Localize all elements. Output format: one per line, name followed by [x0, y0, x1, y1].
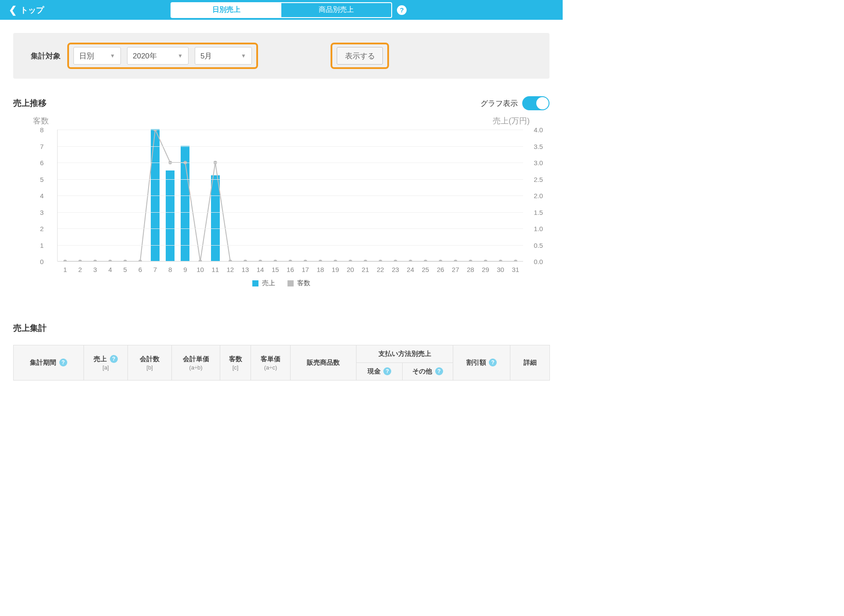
trend-section-title: 売上推移	[13, 98, 47, 109]
chevron-left-icon: ❮	[9, 4, 17, 16]
x-tick: 6	[133, 266, 148, 273]
back-label: トップ	[20, 5, 44, 15]
y-tick-right: 0.0	[534, 258, 543, 265]
x-tick: 25	[418, 266, 433, 273]
y-tick-left: 8	[40, 126, 44, 134]
y-tick-right: 4.0	[534, 126, 543, 134]
graph-toggle[interactable]	[522, 96, 549, 110]
col-count: 会計数[b]	[128, 345, 172, 380]
x-tick: 2	[73, 266, 87, 273]
y-tick-right: 0.5	[534, 241, 543, 249]
x-tick: 17	[298, 266, 313, 273]
x-tick: 4	[102, 266, 117, 273]
y-tick-left: 7	[40, 142, 44, 150]
chevron-down-icon: ▼	[241, 53, 246, 59]
x-tick: 16	[283, 266, 298, 273]
y-tick-right: 2.5	[534, 175, 543, 183]
y-tick-left: 4	[40, 192, 44, 199]
summary-section-title: 売上集計	[13, 322, 549, 334]
year-value: 2020年	[133, 51, 157, 61]
y-tick-left: 6	[40, 159, 44, 167]
info-icon[interactable]: ?	[110, 355, 118, 363]
x-tick: 7	[148, 266, 163, 273]
x-tick: 8	[163, 266, 178, 273]
col-sales: 売上 ?[a]	[84, 345, 128, 380]
chart-bar	[166, 170, 175, 261]
period-type-select[interactable]: 日別 ▼	[73, 47, 121, 65]
info-icon[interactable]: ?	[59, 359, 67, 366]
view-tabs: 日別売上 商品別売上	[171, 2, 392, 18]
x-tick: 12	[223, 266, 238, 273]
x-tick: 19	[328, 266, 343, 273]
chart-bar	[211, 175, 220, 261]
y-tick-left: 3	[40, 208, 44, 216]
info-icon[interactable]: ?	[383, 367, 391, 375]
col-items-sold: 販売商品数	[291, 345, 357, 380]
x-tick: 29	[478, 266, 493, 273]
display-button-highlight: 表示する	[331, 43, 389, 69]
chart-bar	[151, 129, 160, 261]
info-icon[interactable]: ?	[435, 367, 443, 375]
col-period: 集計期間 ?	[14, 345, 84, 380]
col-avg-customer: 客単価(a÷c)	[251, 345, 291, 380]
info-icon[interactable]: ?	[489, 359, 497, 366]
y-tick-right: 2.0	[534, 192, 543, 199]
x-tick: 18	[313, 266, 328, 273]
legend-sales: 売上	[262, 279, 275, 287]
y-tick-left: 0	[40, 258, 44, 265]
sales-chart: 1234567891011121314151617181920212223242…	[57, 130, 523, 261]
x-tick: 26	[433, 266, 448, 273]
graph-toggle-label: グラフ表示	[480, 98, 518, 109]
x-tick: 13	[238, 266, 253, 273]
x-tick: 28	[463, 266, 478, 273]
legend-customers: 客数	[297, 279, 310, 287]
col-avg-check: 会計単価(a÷b)	[172, 345, 220, 380]
chart-legend: 売上 客数	[13, 279, 549, 287]
x-tick: 31	[508, 266, 523, 273]
x-tick: 15	[268, 266, 283, 273]
y-tick-left: 1	[40, 241, 44, 249]
month-select[interactable]: 5月 ▼	[195, 47, 252, 65]
filter-bar: 集計対象 日別 ▼ 2020年 ▼ 5月 ▼ 表示する	[13, 33, 549, 79]
summary-table: 集計期間 ? 売上 ?[a] 会計数[b] 会計単価(a÷b) 客数[c] 客単…	[13, 345, 550, 380]
x-tick: 24	[403, 266, 418, 273]
help-icon[interactable]: ?	[397, 5, 407, 15]
y-tick-right: 1.5	[534, 208, 543, 216]
x-tick: 14	[253, 266, 268, 273]
tab-product-sales[interactable]: 商品別売上	[281, 3, 391, 17]
x-tick: 1	[58, 266, 73, 273]
col-discount: 割引額 ?	[453, 345, 510, 380]
x-tick: 9	[178, 266, 193, 273]
y-tick-left: 5	[40, 175, 44, 183]
axis-left-label: 客数	[33, 116, 49, 126]
x-tick: 20	[343, 266, 358, 273]
filter-select-group: 日別 ▼ 2020年 ▼ 5月 ▼	[67, 43, 258, 69]
x-tick: 27	[448, 266, 463, 273]
col-pay-other: その他 ?	[403, 363, 453, 380]
axis-right-label: 売上(万円)	[493, 116, 530, 126]
period-type-value: 日別	[79, 51, 94, 61]
chevron-down-icon: ▼	[178, 53, 183, 59]
back-button[interactable]: ❮ トップ	[9, 4, 44, 16]
filter-label: 集計対象	[31, 51, 61, 61]
year-select[interactable]: 2020年 ▼	[127, 47, 189, 65]
col-detail: 詳細	[510, 345, 550, 380]
col-customers: 客数[c]	[220, 345, 251, 380]
month-value: 5月	[200, 51, 212, 61]
chevron-down-icon: ▼	[110, 53, 115, 59]
x-tick: 23	[388, 266, 403, 273]
display-button[interactable]: 表示する	[337, 47, 383, 65]
y-tick-right: 1.0	[534, 225, 543, 232]
x-tick: 22	[373, 266, 388, 273]
x-tick: 10	[193, 266, 207, 273]
tab-daily-sales[interactable]: 日別売上	[171, 3, 281, 17]
x-tick: 21	[358, 266, 373, 273]
x-tick: 3	[87, 266, 102, 273]
y-tick-right: 3.0	[534, 159, 543, 167]
x-tick: 11	[208, 266, 223, 273]
col-payment-group: 支払い方法別売上	[357, 345, 453, 363]
x-tick: 30	[493, 266, 508, 273]
y-tick-left: 2	[40, 225, 44, 232]
col-pay-cash: 現金 ?	[357, 363, 403, 380]
y-tick-right: 3.5	[534, 142, 543, 150]
